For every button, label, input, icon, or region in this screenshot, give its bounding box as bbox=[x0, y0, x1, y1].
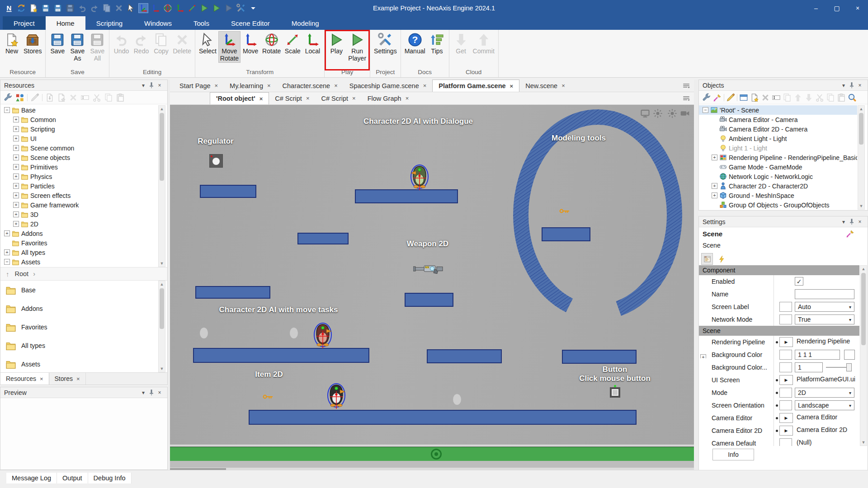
options-icon[interactable] bbox=[4, 93, 13, 102]
property-default-box[interactable] bbox=[779, 400, 792, 410]
expander-icon[interactable]: + bbox=[4, 249, 10, 255]
rename-icon[interactable] bbox=[772, 93, 781, 102]
tree-item-camera-editor-2d-camera[interactable]: Camera Editor 2D - Camera bbox=[699, 124, 857, 134]
property-default-box[interactable] bbox=[779, 362, 792, 372]
new-resource-icon[interactable] bbox=[29, 4, 38, 13]
platform[interactable] bbox=[195, 286, 270, 299]
close-panel-icon[interactable]: × bbox=[856, 218, 864, 226]
panel-menu-icon[interactable]: ▾ bbox=[840, 218, 848, 226]
panel-menu-icon[interactable]: ▾ bbox=[139, 81, 147, 89]
character-2d-dialogue[interactable] bbox=[409, 164, 430, 190]
platform[interactable] bbox=[355, 189, 458, 203]
new-object-icon[interactable] bbox=[750, 93, 759, 102]
expander-icon[interactable]: + bbox=[13, 202, 19, 208]
more-icon[interactable] bbox=[249, 4, 258, 13]
delete-icon[interactable] bbox=[761, 93, 770, 102]
expander-icon[interactable]: + bbox=[712, 192, 717, 198]
tree-item-game-mode-gamemode[interactable]: Game Mode - GameMode bbox=[699, 162, 857, 172]
menu-windows[interactable]: Windows bbox=[133, 16, 183, 30]
property-default-box[interactable] bbox=[779, 350, 792, 360]
scene-part-tab-c#-script[interactable]: C# Script× bbox=[269, 92, 315, 104]
properties-tab-icon[interactable] bbox=[702, 253, 712, 264]
expander-icon[interactable]: + bbox=[13, 136, 19, 141]
platform[interactable] bbox=[542, 227, 590, 241]
settings-button[interactable]: Settings bbox=[373, 32, 398, 55]
value-field[interactable]: 1 bbox=[795, 362, 823, 372]
maximize-button[interactable]: ▢ bbox=[826, 0, 847, 16]
sync-icon[interactable] bbox=[17, 4, 26, 13]
pin-icon[interactable] bbox=[848, 81, 856, 89]
edit-icon[interactable] bbox=[726, 93, 735, 102]
close-tab-icon[interactable]: × bbox=[267, 82, 271, 89]
expander-icon[interactable]: + bbox=[13, 174, 19, 179]
play-icon[interactable] bbox=[200, 4, 209, 13]
property-default-box[interactable] bbox=[779, 302, 792, 312]
close-tab-icon[interactable]: × bbox=[352, 95, 356, 102]
scale-button[interactable]: Scale bbox=[283, 32, 302, 55]
scale-icon[interactable] bbox=[188, 4, 197, 13]
status-tab-output[interactable]: Output bbox=[57, 473, 88, 483]
panel-menu-icon[interactable]: ▾ bbox=[840, 81, 848, 89]
menu-home[interactable]: Home bbox=[46, 16, 85, 30]
character-2d-move-tasks[interactable] bbox=[312, 322, 333, 348]
resource-tile-assets[interactable]: Assets bbox=[0, 355, 159, 372]
expander-icon[interactable]: + bbox=[712, 155, 717, 160]
close-tab-icon[interactable]: × bbox=[406, 95, 409, 102]
neoaxis-logo[interactable]: N bbox=[5, 4, 14, 13]
doc-tab-platform-game-scene[interactable]: Platform Game.scene× bbox=[432, 80, 519, 92]
filter-shapes-icon[interactable] bbox=[15, 93, 24, 102]
panel-tab-resources[interactable]: Resources× bbox=[0, 373, 49, 385]
expander-icon[interactable]: + bbox=[700, 354, 706, 358]
expander-icon[interactable]: + bbox=[4, 230, 10, 236]
expander-icon[interactable]: + bbox=[13, 117, 19, 122]
expander-icon[interactable]: − bbox=[4, 107, 10, 113]
slider-handle[interactable] bbox=[846, 363, 852, 371]
dropdown[interactable]: 2D▾ bbox=[795, 388, 854, 398]
panel-tab-stores[interactable]: Stores× bbox=[49, 373, 86, 385]
save-icon[interactable] bbox=[41, 4, 50, 13]
events-tab-icon[interactable] bbox=[716, 253, 727, 264]
move-rotate-button[interactable]: Move Rotate bbox=[219, 32, 240, 62]
expander-icon[interactable]: + bbox=[13, 183, 19, 189]
tree-item-ground-meshinspace[interactable]: +Ground - MeshInSpace bbox=[699, 191, 857, 200]
resources-tree-scrollbar[interactable]: ▲▼ bbox=[158, 105, 165, 267]
expand-reference-button[interactable]: ▶ bbox=[779, 337, 793, 347]
transform-tool-icon[interactable] bbox=[713, 93, 722, 102]
close-panel-icon[interactable]: × bbox=[156, 81, 164, 89]
settings-section-component[interactable]: Component bbox=[699, 265, 859, 275]
move-button[interactable]: Move bbox=[241, 32, 260, 55]
breadcrumb-root[interactable]: Root bbox=[15, 270, 29, 277]
close-tab-icon[interactable]: × bbox=[423, 82, 427, 89]
close-button[interactable]: × bbox=[847, 0, 868, 16]
menu-project[interactable]: Project bbox=[3, 16, 46, 30]
play-button[interactable]: Play bbox=[327, 32, 346, 55]
expander-icon[interactable]: − bbox=[4, 259, 10, 265]
delete-icon[interactable] bbox=[114, 4, 123, 13]
scene-part-tab-flow-graph[interactable]: Flow Graph× bbox=[362, 92, 415, 104]
close-tab-icon[interactable]: × bbox=[215, 82, 218, 89]
local-button[interactable]: Local bbox=[303, 32, 322, 55]
expander-icon[interactable]: + bbox=[13, 145, 19, 151]
close-panel-icon[interactable]: × bbox=[856, 81, 864, 89]
platform[interactable] bbox=[297, 233, 349, 244]
settings-section-scene[interactable]: Scene bbox=[699, 326, 859, 336]
expand-reference-button[interactable]: ▶ bbox=[779, 375, 793, 385]
dropdown[interactable]: True▾ bbox=[795, 314, 854, 324]
settings-icon[interactable] bbox=[236, 4, 245, 13]
menu-scene-editor[interactable]: Scene Editor bbox=[220, 16, 281, 30]
doc-tab-start-page[interactable]: Start Page× bbox=[174, 80, 224, 92]
resource-tile-favorites[interactable]: Favorites bbox=[0, 318, 159, 336]
status-tab-debug-info[interactable]: Debug Info bbox=[88, 473, 132, 483]
tab-list-icon[interactable] bbox=[682, 94, 690, 103]
menu-scripting[interactable]: Scripting bbox=[85, 16, 133, 30]
tree-item-3d[interactable]: +3D bbox=[0, 210, 158, 219]
doc-tab-my-learning[interactable]: My.learning× bbox=[224, 80, 276, 92]
close-tab-icon[interactable]: × bbox=[76, 375, 80, 382]
pin-icon[interactable] bbox=[147, 389, 156, 397]
resource-tile-all-types[interactable]: All types bbox=[0, 336, 159, 355]
right-splitter[interactable] bbox=[694, 80, 698, 488]
options-icon[interactable] bbox=[702, 93, 711, 102]
doc-tab-character-scene[interactable]: Character.scene× bbox=[277, 80, 344, 92]
resources-tiles-scrollbar[interactable]: ▲▼ bbox=[158, 281, 165, 372]
rotate-button[interactable]: Rotate bbox=[261, 32, 282, 55]
